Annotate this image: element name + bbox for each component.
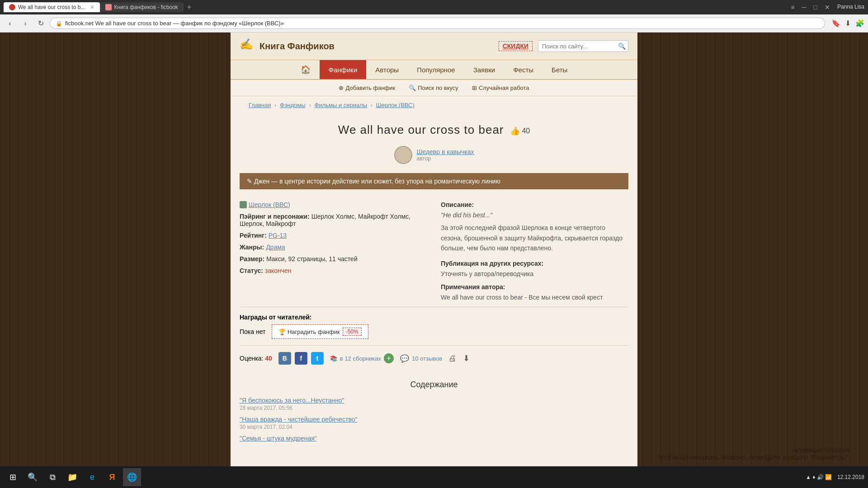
discount-link[interactable]: СКИДКИ [499, 41, 533, 51]
address-bar: ‹ › ↻ 🔒 ficbook.net We all have our cros… [0, 14, 868, 33]
chapter-3: "Семья - штука мудреная" [240, 435, 628, 442]
header-right: СКИДКИ 🔍 [499, 40, 628, 52]
browser-title-bar: We all have our cross to b... ✕ Книга фа… [0, 0, 868, 14]
author-section: Шедевр в кавычках автор [240, 141, 628, 173]
sub-nav: ⊕ Добавить фанфик 🔍 Поиск по вкусу ⊞ Слу… [231, 80, 637, 96]
author-link[interactable]: Шедевр в кавычках [417, 148, 474, 155]
download-fanfic-button[interactable]: ⬇ [463, 353, 470, 363]
inactive-tab[interactable]: Книга фанфиков - ficbook [100, 2, 184, 12]
collections-link[interactable]: 📚 в 12 сборниках + [330, 353, 394, 363]
fanfic-title: We all have our cross to bear [338, 123, 504, 136]
add-to-collection-icon[interactable]: + [384, 353, 394, 363]
other-resources-heading: Публикация на других ресурсах: [441, 260, 628, 267]
likes-count: 40 [522, 127, 530, 135]
minimize-btn[interactable]: ─ [802, 4, 807, 11]
fb-share-button[interactable]: f [295, 352, 307, 365]
collections-label: в 12 сборниках [340, 355, 381, 362]
add-fanfic-link[interactable]: ⊕ Добавить фанфик [339, 84, 395, 91]
nav-fanfics[interactable]: Фанфики [320, 60, 367, 79]
reviews-link[interactable]: 💬 10 отзывов [400, 354, 442, 363]
active-tab[interactable]: We all have our cross to b... ✕ [4, 2, 100, 12]
vk-share-button[interactable]: В [278, 352, 291, 365]
chapter-2-date: 30 марта 2017, 02:04 [240, 424, 628, 430]
logo-text: Книга Фанфиков [259, 41, 335, 52]
reviews-label: 10 отзывов [412, 355, 442, 362]
back-button[interactable]: ‹ [4, 17, 16, 30]
contents-section: Содержание "Я беспокоюсь за него...Неуст… [240, 371, 628, 451]
refresh-button[interactable]: ↻ [34, 17, 47, 30]
rating-score-label: Оценка: 40 [240, 355, 272, 362]
edge-icon[interactable]: e [83, 468, 101, 486]
window-controls: ≡ ─ □ ✕ Panna Lisa [791, 4, 864, 11]
breadcrumb-home[interactable]: Главная [249, 102, 271, 108]
ext-icon[interactable]: 🧩 [855, 19, 864, 28]
print-button[interactable]: 🖨 [448, 354, 457, 363]
nav-popular[interactable]: Популярное [408, 60, 464, 79]
ya-icon[interactable]: 🔖 [831, 19, 840, 28]
new-tab-button[interactable]: + [184, 1, 195, 13]
inactive-tab-favicon [105, 4, 112, 10]
chapter-3-link[interactable]: "Семья - штука мудреная" [240, 435, 317, 442]
address-input[interactable]: 🔒 ficbook.net We all have our cross to b… [50, 18, 825, 29]
search-taskbar-icon[interactable]: 🔍 [24, 468, 42, 486]
chapter-2-link[interactable]: "Наша вражда - чистейшее ребячество" [240, 416, 357, 423]
rewards-title: Награды от читателей: [240, 314, 628, 321]
logo-icon: ✍ [240, 38, 256, 54]
nav-betas[interactable]: Беты [542, 60, 576, 79]
search-by-taste-link[interactable]: 🔍 Поиск по вкусу [409, 84, 458, 91]
random-work-link[interactable]: ⊞ Случайная работа [472, 84, 529, 91]
download-icon[interactable]: ⬇ [845, 19, 851, 28]
nav-requests[interactable]: Заявки [464, 60, 504, 79]
yandex-icon[interactable]: Я [103, 468, 121, 486]
breadcrumb-films[interactable]: Фильмы и сериалы [314, 102, 367, 108]
close-tab-icon[interactable]: ✕ [90, 4, 94, 10]
breadcrumb-fandoms[interactable]: Фэндомы [280, 102, 306, 108]
pairing-row: Пэйринг и персонажи: Шерлок Холмс, Майкр… [240, 213, 427, 227]
status-label: Статус: [240, 267, 263, 274]
status-row: Статус: закончен [240, 267, 427, 274]
maximize-btn[interactable]: □ [813, 4, 817, 11]
tw-share-button[interactable]: t [311, 352, 324, 365]
rating-value[interactable]: PG-13 [269, 232, 287, 239]
search-box[interactable]: 🔍 [538, 40, 628, 52]
start-button[interactable]: ⊞ [4, 468, 22, 486]
genres-value[interactable]: Драма [266, 244, 285, 251]
chapter-1-link[interactable]: "Я беспокоюсь за него...Неустанно" [240, 397, 344, 404]
social-icons: В f t [278, 352, 324, 365]
taste-search-icon: 🔍 [409, 84, 416, 91]
nav-fests[interactable]: Фесты [504, 60, 542, 79]
windows-activation-watermark: Активация Windows Чтобы активировать Win… [659, 446, 850, 461]
reviews-icon: 💬 [400, 354, 409, 363]
lock-icon: 🔒 [56, 20, 62, 27]
breadcrumb-fandom[interactable]: Шерлок (ВВС) [376, 102, 415, 108]
search-input[interactable] [542, 43, 618, 50]
taskbar-date: 12.12.2018 [837, 474, 864, 480]
file-explorer-icon[interactable]: 📁 [63, 468, 81, 486]
pairing-label: Пэйринг и персонажи: [240, 213, 310, 220]
taskbar-right: ▲ ♦ 🔊 📶 12.12.2018 [806, 474, 864, 480]
size-label: Размер: [240, 255, 264, 263]
close-btn[interactable]: ✕ [825, 4, 830, 11]
thumb-up-icon: 👍 [510, 126, 520, 136]
nav-authors[interactable]: Авторы [366, 60, 408, 79]
fanfic-details: Шерлок (ВВС) Пэйринг и персонажи: Шерлок… [240, 197, 628, 307]
browser-taskbar-icon[interactable]: 🌐 [123, 468, 141, 486]
author-info: Шедевр в кавычках автор [417, 148, 474, 162]
reward-button[interactable]: 🏆 Наградить фанфик -50% [272, 324, 368, 339]
task-view-icon[interactable]: ⧉ [43, 468, 61, 486]
description-section: Описание: "He did his best..." За этой п… [441, 201, 628, 253]
settings-icon[interactable]: ≡ [791, 4, 794, 11]
rating-score: 40 [265, 355, 272, 362]
rating-row: Рейтинг: PG-13 [240, 232, 427, 239]
rating-label: Рейтинг: [240, 232, 267, 239]
breadcrumb-sep-2: › [309, 102, 312, 108]
description-heading: Описание: [441, 201, 628, 208]
fandom-icon [240, 201, 247, 208]
notes-heading: Примечания автора: [441, 283, 628, 291]
win-activate-line1: Активация Windows [659, 446, 850, 454]
search-icon[interactable]: 🔍 [618, 42, 626, 50]
notes-value: We all have our cross to bear - Все мы н… [441, 292, 628, 302]
fandom-link[interactable]: Шерлок (ВВС) [249, 201, 290, 208]
nav-home[interactable]: 🏠 [292, 60, 320, 79]
forward-button[interactable]: › [19, 17, 32, 30]
